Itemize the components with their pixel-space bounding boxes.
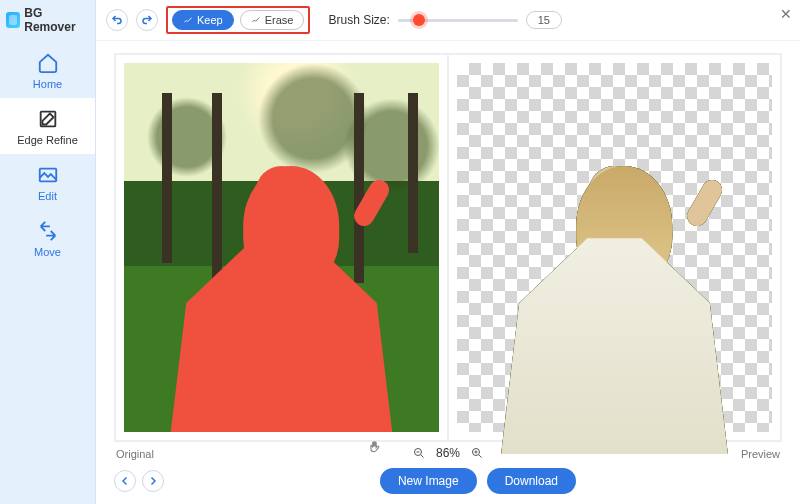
redo-button[interactable] xyxy=(136,9,158,31)
zoom-in-icon xyxy=(471,447,483,459)
brush-size-slider[interactable] xyxy=(398,19,518,22)
app-logo: BG Remover xyxy=(0,0,95,42)
original-image xyxy=(124,63,439,432)
app-root: BG Remover Home Edge Refine Edit Move xyxy=(0,0,800,504)
zoom-controls: 86% xyxy=(408,442,488,464)
preview-panel[interactable] xyxy=(449,53,782,442)
erase-label: Erase xyxy=(265,14,294,26)
redo-icon xyxy=(141,14,153,26)
sidebar-item-edit[interactable]: Edit xyxy=(0,154,95,210)
next-button[interactable] xyxy=(142,470,164,492)
sidebar-item-label: Edit xyxy=(38,190,57,202)
cutout-subject xyxy=(501,166,728,454)
erase-brush-icon xyxy=(251,15,261,25)
sidebar-item-label: Home xyxy=(33,78,62,90)
brush-size-slider-wrap xyxy=(398,19,518,22)
chevron-left-icon xyxy=(119,475,131,487)
toolbar: Keep Erase Brush Size: 15 ✕ xyxy=(96,0,800,41)
sidebar-item-home[interactable]: Home xyxy=(0,42,95,98)
brush-size-label: Brush Size: xyxy=(328,13,389,27)
keep-label: Keep xyxy=(197,14,223,26)
sidebar-item-label: Move xyxy=(34,246,61,258)
brush-size-value[interactable]: 15 xyxy=(526,11,562,29)
sidebar-item-label: Edge Refine xyxy=(17,134,78,146)
main-area: Keep Erase Brush Size: 15 ✕ xyxy=(96,0,800,504)
home-icon xyxy=(37,52,59,74)
sidebar: BG Remover Home Edge Refine Edit Move xyxy=(0,0,96,504)
original-panel[interactable] xyxy=(114,53,449,442)
keep-mask-overlay xyxy=(168,166,395,432)
keep-button[interactable]: Keep xyxy=(172,10,234,30)
edit-icon xyxy=(37,164,59,186)
keep-brush-icon xyxy=(183,15,193,25)
transparent-bg xyxy=(457,63,772,432)
zoom-level: 86% xyxy=(436,446,460,460)
sidebar-item-edge-refine[interactable]: Edge Refine xyxy=(0,98,95,154)
prev-button[interactable] xyxy=(114,470,136,492)
undo-icon xyxy=(111,14,123,26)
zoom-in-button[interactable] xyxy=(466,442,488,464)
zoom-out-icon xyxy=(413,447,425,459)
zoom-out-button[interactable] xyxy=(408,442,430,464)
new-image-button[interactable]: New Image xyxy=(380,468,477,494)
move-icon xyxy=(37,220,59,242)
keep-erase-highlight: Keep Erase xyxy=(166,6,310,34)
pan-tool[interactable] xyxy=(368,440,382,458)
erase-button[interactable]: Erase xyxy=(240,10,305,30)
action-buttons: New Image Download xyxy=(380,468,576,494)
sidebar-item-move[interactable]: Move xyxy=(0,210,95,266)
preview-label: Preview xyxy=(741,448,780,460)
edge-refine-icon xyxy=(37,108,59,130)
hand-icon xyxy=(368,440,382,454)
bottom-bar: 86% New Image Download xyxy=(96,462,800,504)
original-label: Original xyxy=(116,448,154,460)
app-title: BG Remover xyxy=(24,6,89,34)
page-nav xyxy=(114,470,164,492)
close-button[interactable]: ✕ xyxy=(780,6,792,22)
logo-icon xyxy=(6,12,20,28)
undo-button[interactable] xyxy=(106,9,128,31)
chevron-right-icon xyxy=(147,475,159,487)
workspace xyxy=(96,41,800,448)
download-button[interactable]: Download xyxy=(487,468,576,494)
